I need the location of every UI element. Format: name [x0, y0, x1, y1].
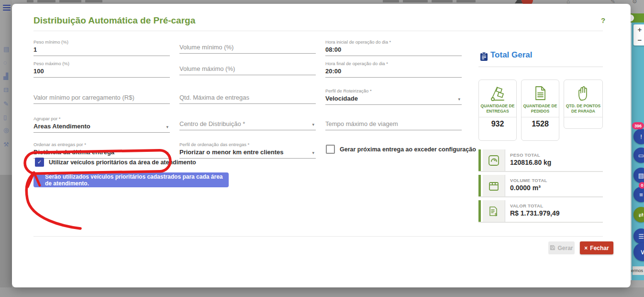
checkbox-checked-icon[interactable]: ✓ [35, 158, 44, 167]
modal-title: Distribuição Automática de Pré-carga [33, 15, 195, 26]
checkbox-label: Gerar próxima entrega ao exceder configu… [340, 146, 476, 153]
utilizar-veiculos-checkbox[interactable]: ✓ Utilizar veículos prioritários da área… [35, 158, 196, 167]
field-label: Perfil de Roteirização * [325, 88, 462, 93]
document-icon [522, 85, 559, 103]
perfil-roteirizacao-select[interactable]: Perfil de Roteirização * Velocidade ▾ [325, 88, 462, 105]
precarga-modal: Distribuição Automática de Pré-carga ? P… [12, 4, 631, 287]
field-value: Distância da última entrega [33, 148, 170, 156]
hora-inicial-field[interactable]: Hora inicial de operação do dia * 08:00 [325, 39, 462, 56]
card-label: QTD. DE PONTOS DE PARADA [564, 103, 602, 117]
field-label: Agrupar por * [33, 116, 170, 121]
chevron-down-icon: ▾ [312, 150, 314, 155]
field-placeholder: Volume máximo (%) [179, 65, 316, 72]
card-value: 1528 [522, 117, 559, 132]
divider [33, 236, 603, 237]
hamburger-menu-icon[interactable] [3, 5, 11, 11]
chevron-down-icon: ▾ [166, 150, 168, 155]
entregas-card: QUANTIDADE DE ENTREGAS 932 [478, 80, 517, 141]
background-sidebar-lower [0, 175, 12, 287]
document-icon[interactable]: ▯ [3, 114, 7, 121]
pontos-parada-card: QTD. DE PONTOS DE PARADA [564, 80, 603, 129]
search-icon[interactable]: ◌ [3, 59, 7, 66]
divider [478, 67, 603, 67]
hand-icon [564, 85, 602, 103]
qtd-maxima-field[interactable]: Qtd. Máxima de entregas [179, 90, 316, 104]
perfil-ordenacao-select[interactable]: Perfil de ordenação das entregas * Prior… [179, 142, 316, 159]
volume-minimo-field[interactable]: Volume mínimo (%) [179, 39, 316, 54]
save-icon [550, 245, 555, 251]
card-value [564, 117, 602, 123]
stat-label: PESO TOTAL [510, 152, 603, 158]
agrupar-por-select[interactable]: Agrupar por * Areas Atendimento ▾ [33, 116, 170, 133]
gear-icon[interactable]: ⚙ [632, 0, 637, 5]
field-value: Velocidade [325, 95, 462, 102]
field-label: Perfil de ordenação das entregas * [179, 142, 316, 147]
card-fab-icon[interactable]: ▤ [633, 168, 644, 183]
close-icon: × [584, 245, 588, 251]
chevron-down-icon: ▾ [458, 97, 460, 102]
field-label: Hora final de operação do dia * [325, 61, 462, 66]
field-label: Ordenar as entregas por * [33, 142, 170, 147]
stat-label: VOLUME TOTAL [510, 178, 603, 183]
field-value: Priorizar o menor km entre clientes [179, 148, 316, 156]
background-bottom [0, 287, 644, 297]
tempo-maximo-field[interactable]: Tempo máximo de viagem [325, 116, 462, 130]
termos-link[interactable]: ermos [633, 266, 644, 275]
svg-text:$: $ [495, 212, 497, 217]
truck-fab-icon[interactable]: ▭ [633, 148, 644, 163]
map-area: + − 396 ! ▭ ▤ 0 ≡ ⇄ ☰ ∨ ermos [631, 23, 644, 280]
info-banner: Serão utilizados veículos prioritários c… [33, 172, 229, 187]
field-label: Peso máximo (%) [33, 61, 170, 66]
card-label: QUANTIDADE DE PEDIDOS [522, 103, 559, 117]
hora-final-field[interactable]: Hora final de operação do dia * 20:00 [325, 61, 462, 78]
list-fab-icon[interactable]: ≡ [633, 187, 644, 202]
fechar-button[interactable]: × Fechar [580, 241, 613, 254]
invoice-icon: $ [483, 200, 505, 222]
background-sidebar: ▤ ◌ ▟ ⊟ ✎ ▯ ◎ ⚒ [0, 0, 12, 297]
field-value: 08:00 [325, 46, 462, 53]
peso-maximo-field[interactable]: Peso máximo (%) 100 [33, 61, 170, 78]
alerts-fab-icon[interactable]: ! [633, 129, 644, 144]
card-value: 932 [479, 117, 516, 132]
edit-icon[interactable]: ✎ [3, 100, 9, 107]
field-value: 20:00 [325, 68, 462, 75]
package-icon [483, 175, 505, 196]
pin-icon[interactable]: ◎ [3, 126, 9, 134]
zoom-out-button[interactable]: − [633, 35, 644, 46]
help-icon[interactable]: ? [601, 16, 605, 24]
field-placeholder: Centro de Distribuição * [179, 120, 316, 127]
cargo-icon[interactable]: ⊟ [3, 86, 9, 93]
chart-icon[interactable]: ▟ [3, 73, 8, 80]
field-value: 100 [33, 68, 170, 75]
peso-minimo-field[interactable]: Peso mínimo (%) 1 [33, 39, 170, 56]
volume-total-row: VOLUME TOTAL 0.0000 m³ [478, 175, 603, 197]
scale-icon [483, 149, 505, 171]
map-zoom-control: + − [633, 24, 644, 46]
centro-distribuicao-select[interactable]: Centro de Distribuição * ▾ [179, 116, 316, 130]
field-placeholder: Tempo máximo de viagem [325, 120, 462, 127]
gerar-button[interactable]: Gerar [548, 241, 575, 254]
gerar-proxima-checkbox[interactable]: Gerar próxima entrega ao exceder configu… [326, 145, 476, 154]
checkbox-icon[interactable] [326, 145, 335, 154]
valor-minimo-field[interactable]: Valor mínimo por carregamento (R$) [33, 90, 170, 104]
field-label: Peso mínimo (%) [33, 39, 170, 45]
volume-maximo-field[interactable]: Volume máximo (%) [179, 61, 316, 75]
field-label: Hora inicial de operação do dia * [325, 39, 462, 45]
chevron-down-icon: ▾ [312, 122, 314, 127]
collapse-fab-icon[interactable]: ∨ [633, 243, 644, 261]
total-geral-title: Total Geral [490, 50, 533, 60]
transfer-fab-icon[interactable]: ⇄ [633, 207, 644, 222]
tools-icon[interactable]: ⚒ [3, 141, 9, 148]
field-placeholder: Valor mínimo por carregamento (R$) [33, 94, 170, 101]
ordenar-entregas-select[interactable]: Ordenar as entregas por * Distância da ú… [33, 142, 170, 159]
chevron-down-icon: ▾ [166, 125, 168, 129]
peso-total-row: PESO TOTAL 120816.80 kg [478, 149, 603, 172]
stat-value: 120816.80 kg [510, 159, 603, 166]
zero-badge: 0 [639, 182, 644, 189]
map-icon[interactable]: ▤ [3, 46, 9, 53]
zoom-in-button[interactable]: + [633, 24, 644, 35]
stat-value: 0.0000 m³ [510, 184, 603, 192]
filter-fab-icon[interactable]: ☰ [633, 228, 644, 244]
stat-label: VALOR TOTAL [510, 203, 603, 208]
pedidos-card: QUANTIDADE DE PEDIDOS 1528 [521, 80, 559, 141]
